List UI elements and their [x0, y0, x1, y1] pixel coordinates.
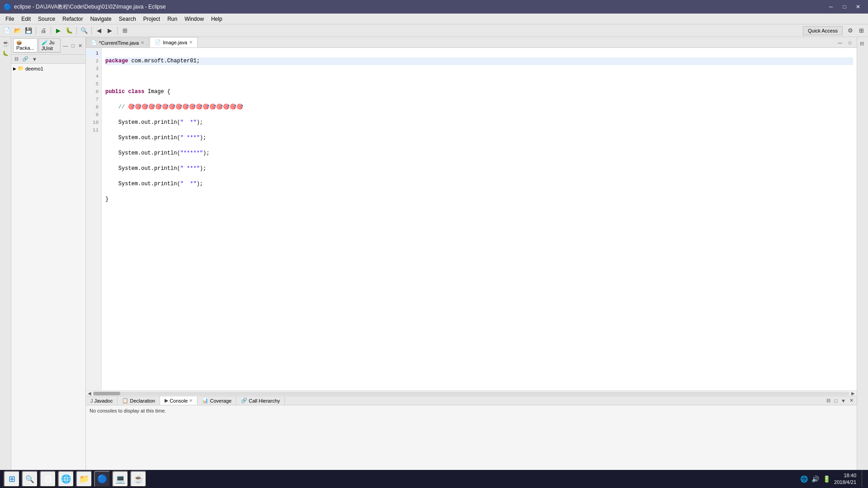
menu-refactor[interactable]: Refactor	[59, 15, 86, 23]
left-panel: 📦 Packa... 🧪 Ju JUnit — □ ✕ ⊟ 🔗 ▼ ▶ 📁 de…	[11, 37, 86, 477]
title-bar: 🔵 eclipse - DA\JAVA教程\Code\Debug\01\02\I…	[0, 0, 868, 14]
panel-minimize-btn[interactable]: —	[61, 42, 69, 49]
folder-icon: 📁	[18, 66, 24, 71]
tab-coverage[interactable]: 📊 Coverage	[198, 396, 236, 405]
tab-currenttime[interactable]: 📄 *CurrentTime.java ✕	[86, 38, 149, 47]
console-tab-close[interactable]: ✕	[189, 398, 193, 403]
terminal-taskbar-button[interactable]: 💻	[112, 471, 128, 487]
back-button[interactable]: ◀	[94, 26, 104, 36]
save-button[interactable]: 💾	[24, 26, 33, 36]
new-button[interactable]: 📄	[2, 26, 12, 36]
tab-imagejava[interactable]: 📄 Image.java ✕	[150, 37, 198, 47]
editor-area: 📄 *CurrentTime.java ✕ 📄 Image.java ✕ — □…	[86, 37, 857, 477]
debug-perspective-btn[interactable]: 🐛	[1, 49, 10, 58]
fileexplorer-button[interactable]: 📁	[76, 471, 92, 487]
bottom-panel: J Javadoc 📋 Declaration ▶ Console ✕ 📊 Co…	[86, 396, 857, 477]
maximize-editor-btn[interactable]: □	[845, 38, 855, 47]
eclipse-taskbar-button[interactable]: 🔵	[94, 471, 110, 487]
edge-button[interactable]: 🌐	[58, 471, 74, 487]
maximize-button[interactable]: □	[838, 2, 851, 11]
search-toolbar-button[interactable]: 🔍	[79, 26, 89, 36]
forward-button[interactable]: ▶	[105, 26, 115, 36]
perspective-bar: ☕ 🐛	[0, 37, 11, 477]
bottom-tabs: J Javadoc 📋 Declaration ▶ Console ✕ 📊 Co…	[86, 396, 857, 405]
debug-button[interactable]: 🐛	[64, 26, 74, 36]
tab-packages[interactable]: 📦 Packa...	[13, 38, 38, 52]
packages-icon: 📦	[16, 40, 22, 45]
scroll-right-icon[interactable]: ▶	[850, 391, 856, 396]
menu-help[interactable]: Help	[208, 15, 226, 23]
editor-tabs-right: — □	[835, 38, 857, 47]
taskbar: ⊞ 🔍 ⊡ 🌐 📁 🔵 💻 ☕ 🌐 🔊 🔋 18:40 2018/4/21	[0, 470, 868, 488]
horizontal-scrollbar[interactable]: ◀ ▶	[86, 390, 857, 396]
menu-window[interactable]: Window	[181, 15, 208, 23]
show-desktop-btn[interactable]	[862, 471, 864, 487]
right-panel-btn1[interactable]: ⊟	[857, 39, 866, 48]
tab-declaration[interactable]: 📋 Declaration	[118, 396, 160, 405]
minimize-editor-btn[interactable]: —	[835, 38, 845, 47]
view-menu-btn[interactable]: ▼	[31, 56, 38, 62]
tray-network: 🌐	[800, 475, 808, 483]
console-icon: ▶	[165, 398, 168, 404]
panel-maximize-btn[interactable]: □	[70, 42, 76, 49]
toolbar: 📄 📂 💾 🖨 ▶ 🐛 🔍 ◀ ▶ ⊞ Quick Access ⚙ ⊞	[0, 24, 868, 37]
package-explorer-tabs: 📦 Packa... 🧪 Ju JUnit	[13, 38, 61, 53]
collapse-all-btn[interactable]: ⊟	[13, 56, 20, 62]
tree-item-label: deemo1	[25, 66, 43, 71]
window-title: eclipse - DA\JAVA教程\Code\Debug\01\02\Ima…	[14, 3, 822, 11]
tree-item-deemo1[interactable]: ▶ 📁 deemo1	[12, 65, 85, 72]
taskview-button[interactable]: ⊡	[40, 471, 56, 487]
coverage-icon: 📊	[202, 398, 208, 404]
code-editor[interactable]: 1 2 3 4 5 6 7 8 9 10 11 package com.mrso…	[86, 48, 857, 390]
panel-close-btn[interactable]: ✕	[77, 42, 84, 49]
menu-search[interactable]: Search	[115, 15, 140, 23]
taskbar-right: 🌐 🔊 🔋 18:40 2018/4/21	[800, 471, 864, 487]
bottom-panel-btn4[interactable]: ✕	[848, 397, 855, 404]
print-button[interactable]: 🖨	[38, 26, 48, 36]
tab-close-btn2[interactable]: ✕	[189, 40, 193, 45]
bottom-panel-btn1[interactable]: ⊟	[825, 397, 832, 404]
menu-source[interactable]: Source	[34, 15, 59, 23]
bottom-panel-btn2[interactable]: □	[833, 398, 839, 404]
declaration-icon: 📋	[122, 398, 128, 404]
search-taskbar-button[interactable]: 🔍	[22, 471, 38, 487]
system-clock[interactable]: 18:40 2018/4/21	[834, 472, 856, 486]
menu-edit[interactable]: Edit	[18, 15, 34, 23]
toolbar-extra-button[interactable]: ⊞	[856, 26, 866, 36]
perspective-button[interactable]: ⊞	[120, 26, 130, 36]
callhierarchy-icon: 🔗	[241, 398, 247, 404]
clock-date: 2018/4/21	[834, 479, 856, 486]
toolbar-settings-button[interactable]: ⚙	[845, 26, 855, 36]
quick-access-button[interactable]: Quick Access	[803, 26, 843, 35]
code-content[interactable]: package com.mrsoft.Chapter01; public cla…	[102, 48, 857, 390]
tab-label: *CurrentTime.java	[99, 40, 139, 46]
left-panel-header: 📦 Packa... 🧪 Ju JUnit — □ ✕	[11, 37, 85, 55]
run-button[interactable]: ▶	[53, 26, 63, 36]
java-taskbar-button[interactable]: ☕	[130, 471, 146, 487]
file-icon2: 📄	[155, 39, 161, 45]
right-panel: ⊟	[857, 37, 868, 477]
close-button[interactable]: ✕	[852, 2, 864, 11]
java-perspective-btn[interactable]: ☕	[1, 39, 10, 48]
tab-close-btn[interactable]: ✕	[141, 40, 144, 45]
scroll-left-icon[interactable]: ◀	[87, 391, 92, 396]
tray-battery: 🔋	[823, 475, 830, 483]
package-tree: ▶ 📁 deemo1	[11, 64, 85, 477]
line-numbers: 1 2 3 4 5 6 7 8 9 10 11	[86, 48, 102, 390]
start-button[interactable]: ⊞	[4, 471, 20, 487]
tab-callhierarchy[interactable]: 🔗 Call Hierarchy	[236, 396, 285, 405]
tab-console[interactable]: ▶ Console ✕	[160, 396, 198, 405]
menu-run[interactable]: Run	[164, 15, 181, 23]
tab-junit[interactable]: 🧪 Ju JUnit	[38, 38, 61, 52]
menu-navigate[interactable]: Navigate	[86, 15, 115, 23]
tab-javadoc[interactable]: J Javadoc	[86, 397, 118, 405]
bottom-content: No consoles to display at this time.	[86, 405, 857, 477]
menu-project[interactable]: Project	[140, 15, 164, 23]
menu-file[interactable]: File	[2, 15, 18, 23]
minimize-button[interactable]: ─	[825, 2, 837, 11]
link-with-editor-btn[interactable]: 🔗	[21, 56, 30, 62]
editor-tabs: 📄 *CurrentTime.java ✕ 📄 Image.java ✕ — □	[86, 37, 857, 48]
main-content: ☕ 🐛 📦 Packa... 🧪 Ju JUnit — □ ✕ ⊟ 🔗 ▼	[0, 37, 868, 477]
bottom-panel-btn3[interactable]: ▼	[840, 398, 847, 404]
open-button[interactable]: 📂	[13, 26, 23, 36]
